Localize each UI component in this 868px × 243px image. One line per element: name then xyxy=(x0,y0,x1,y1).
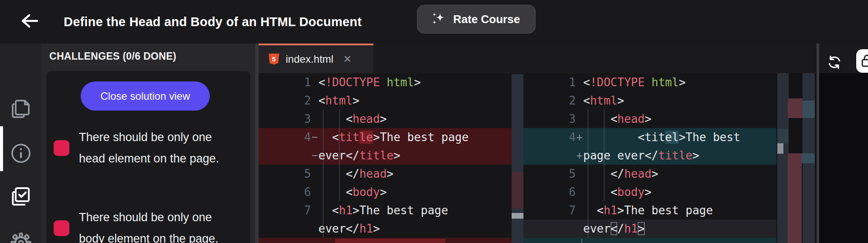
challenges-panel: CHALLENGES (0/6 DONE) Close solution vie… xyxy=(41,44,255,243)
minimap-added-mark xyxy=(803,101,815,118)
diff-editor: 5 index.html ✕ 1<!DOCTYPE html>2<html>3 … xyxy=(259,44,817,243)
sidebar-item-files[interactable] xyxy=(0,96,41,122)
sidebar-item-challenges[interactable] xyxy=(0,184,41,210)
left-editor-scrollbar[interactable] xyxy=(512,74,523,243)
indent-guide xyxy=(581,239,582,243)
rate-course-label: Rate Course xyxy=(453,13,520,26)
line-number: 6 xyxy=(259,186,311,199)
scrollbar-removed-mark xyxy=(512,172,523,209)
line-number: 7 xyxy=(259,204,311,217)
sparkles-icon xyxy=(431,11,446,27)
minimap-slider xyxy=(777,73,789,243)
close-solution-view-button[interactable]: Close solution view xyxy=(81,81,210,111)
tab-label: index.html xyxy=(286,53,333,65)
code-line xyxy=(523,238,776,243)
code-text: <html> xyxy=(318,94,512,107)
code-line: 4+ <titel>The best xyxy=(523,128,776,146)
rate-course-button[interactable]: Rate Course xyxy=(417,5,536,34)
challenges-checklist-icon xyxy=(10,186,31,208)
indent-guide xyxy=(323,110,324,238)
indent-guide xyxy=(339,110,340,201)
lock-icon xyxy=(861,54,868,68)
code-text: <title>The best page xyxy=(318,131,512,144)
challenge-checkbox[interactable] xyxy=(54,220,69,236)
code-line: ever</h1> xyxy=(523,219,776,238)
minimap-removed-mark xyxy=(788,98,803,118)
code-text: ever</h1> xyxy=(318,222,512,235)
code-text: <head> xyxy=(583,112,776,125)
diff-sign: − xyxy=(311,149,318,162)
challenge-checkbox[interactable] xyxy=(54,140,69,156)
sidebar-active-indicator xyxy=(0,126,3,171)
code-line: 1<!DOCTYPE html> xyxy=(523,73,776,91)
refresh-button[interactable] xyxy=(826,54,843,71)
code-text: <html> xyxy=(583,94,776,107)
line-number: 4 xyxy=(523,131,576,144)
indent-guide xyxy=(588,110,588,238)
diff-sign: + xyxy=(576,131,583,143)
line-number: 1 xyxy=(523,76,576,89)
tab-index-html[interactable]: 5 index.html ✕ xyxy=(259,44,373,73)
code-text: page ever</title> xyxy=(583,149,776,162)
challenge-item: There should be only one head element on… xyxy=(54,127,241,169)
code-text: <body> xyxy=(318,186,512,199)
screen: Define the Head and Body of an HTML Docu… xyxy=(0,0,868,243)
refresh-icon xyxy=(827,55,842,70)
lock-button[interactable] xyxy=(856,49,868,73)
files-icon xyxy=(11,98,31,120)
code-line: 4− <title>The best page xyxy=(259,128,512,146)
minimap-code-block xyxy=(803,73,815,101)
sidebar-item-info[interactable] xyxy=(0,140,41,166)
sidebar-item-settings[interactable] xyxy=(0,230,41,243)
diff-sign: − xyxy=(311,131,318,143)
code-text: <!DOCTYPE html> xyxy=(583,76,776,89)
back-button[interactable] xyxy=(19,10,40,31)
code-line: 3 <head> xyxy=(523,110,776,128)
indent-guide xyxy=(604,110,605,201)
page-title: Define the Head and Body of an HTML Docu… xyxy=(64,0,362,44)
html5-icon: 5 xyxy=(268,53,280,65)
diff-sign: + xyxy=(576,149,583,162)
code-text: <titel>The best xyxy=(583,131,776,144)
info-icon xyxy=(10,143,31,164)
tab-close-icon[interactable]: ✕ xyxy=(343,54,352,64)
sidebar xyxy=(0,44,41,243)
minimap[interactable] xyxy=(776,73,817,243)
code-line: 5 </head> xyxy=(523,165,776,183)
code-text: <!DOCTYPE html> xyxy=(318,76,512,89)
code-line: 5 </head> xyxy=(259,165,512,183)
code-line: 1<!DOCTYPE html> xyxy=(259,73,512,91)
line-number: 4 xyxy=(259,131,311,144)
code-text: ever</h1> xyxy=(583,222,776,235)
code-line: ever</h1> xyxy=(259,219,512,238)
challenges-header: CHALLENGES (0/6 DONE) xyxy=(49,51,176,62)
diff-pane-original[interactable]: 1<!DOCTYPE html>2<html>3 <head>4− <title… xyxy=(259,73,512,243)
removed-inline-fragment xyxy=(335,239,445,243)
diff-pane-modified[interactable]: 1<!DOCTYPE html>2<html>3 <head>4+ <titel… xyxy=(523,73,776,243)
code-line: +page ever</title> xyxy=(523,146,776,165)
app-header: Define the Head and Body of an HTML Docu… xyxy=(0,0,868,44)
panel-divider[interactable] xyxy=(255,44,259,243)
line-number: 3 xyxy=(259,112,311,125)
line-number: 5 xyxy=(523,167,576,180)
line-number: 1 xyxy=(259,76,311,89)
code-line: 6 <body> xyxy=(259,183,512,201)
code-line: 6 <body> xyxy=(523,183,776,201)
minimap-scrollbar-thumb[interactable] xyxy=(777,143,783,154)
code-line: 3 <head> xyxy=(259,110,512,128)
line-number: 7 xyxy=(523,204,576,217)
line-number: 5 xyxy=(259,167,311,180)
minimap-code-block xyxy=(803,163,815,243)
code-line: 7 <h1>The best page xyxy=(259,201,512,219)
line-number: 6 xyxy=(523,186,576,199)
right-toolbar-header xyxy=(819,44,868,73)
code-text: <head> xyxy=(318,112,512,125)
code-line: 7 <h1>The best page xyxy=(523,201,776,219)
challenge-item: There should be only one body element on… xyxy=(54,207,241,243)
line-number: 3 xyxy=(523,112,576,125)
line-number: 2 xyxy=(523,94,576,107)
code-line: 2<html> xyxy=(259,91,512,110)
code-line: −ever</title> xyxy=(259,146,512,165)
code-text: <h1>The best page xyxy=(583,204,776,217)
minimap-added-mark xyxy=(802,153,815,163)
